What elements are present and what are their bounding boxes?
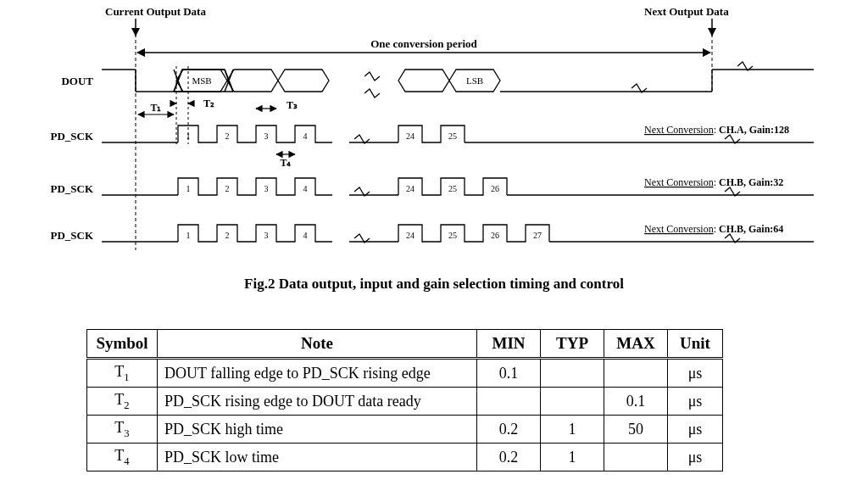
current-output-label: Current Output Data xyxy=(105,5,206,18)
pulse-num: 26 xyxy=(491,184,499,193)
cell-note: PD_SCK low time xyxy=(158,444,477,471)
pulse-num: 27 xyxy=(533,231,542,240)
cell-typ: 1 xyxy=(541,416,604,444)
cell-symbol: T1 xyxy=(87,359,158,388)
pulse-num: 25 xyxy=(448,131,457,141)
pulse-num: 25 xyxy=(448,231,457,240)
pulse-num: 24 xyxy=(406,131,415,141)
svg-marker-15 xyxy=(227,70,278,92)
pulse-num: 1 xyxy=(186,231,191,240)
next-output-label: Next Output Data xyxy=(644,5,729,18)
msb-label: MSB xyxy=(192,75,211,86)
cell-min: 0.2 xyxy=(477,444,541,471)
cell-note: DOUT falling edge to PD_SCK rising edge xyxy=(158,359,477,388)
lsb-label: LSB xyxy=(466,75,483,86)
pd-sck-label-1: PD_SCK xyxy=(50,130,93,142)
cell-min: 0.1 xyxy=(477,359,541,388)
t2-label: T₂ xyxy=(203,98,214,109)
cell-typ: 1 xyxy=(541,444,604,471)
pulse-num: 1 xyxy=(186,184,191,193)
pd-sck-label-2: PD_SCK xyxy=(50,182,93,195)
th-symbol: Symbol xyxy=(87,330,158,359)
cell-unit: μs xyxy=(668,444,723,471)
pulse-num: 1 xyxy=(186,131,191,141)
t4-label: T₄ xyxy=(280,157,291,169)
pulse-num: 2 xyxy=(225,184,230,193)
pulse-num: 24 xyxy=(406,184,415,193)
cell-symbol: T4 xyxy=(87,444,158,471)
cell-max: 50 xyxy=(604,416,668,444)
next-conv-2: Next Conversion: CH.B, Gain:32 xyxy=(644,176,783,188)
cell-min: 0.2 xyxy=(477,416,541,444)
table-row: T4PD_SCK low time0.21μs xyxy=(87,444,723,471)
pulse-num: 4 xyxy=(303,184,308,193)
th-min: MIN xyxy=(477,330,541,359)
table-row: T2PD_SCK rising edge to DOUT data ready0… xyxy=(87,388,723,416)
cell-symbol: T2 xyxy=(87,388,158,416)
cell-unit: μs xyxy=(668,388,723,416)
cell-typ xyxy=(541,388,604,416)
next-conv-3: Next Conversion: CH.B, Gain:64 xyxy=(644,223,783,235)
pulse-num: 4 xyxy=(303,231,308,240)
pulse-num: 3 xyxy=(264,231,269,240)
one-conversion-period-label: One conversion period xyxy=(370,37,477,50)
svg-marker-16 xyxy=(278,70,329,92)
th-unit: Unit xyxy=(668,330,723,359)
cell-symbol: T3 xyxy=(87,416,158,444)
pulse-num: 2 xyxy=(225,131,230,141)
pulse-num: 4 xyxy=(303,131,308,141)
pulse-num: 3 xyxy=(264,131,269,141)
th-note: Note xyxy=(158,330,477,359)
pulse-num: 25 xyxy=(448,184,457,193)
cell-max xyxy=(604,359,668,388)
cell-unit: μs xyxy=(668,359,723,388)
pulse-num: 26 xyxy=(491,231,499,240)
pulse-num: 3 xyxy=(264,184,269,193)
table-row: T1DOUT falling edge to PD_SCK rising edg… xyxy=(87,359,723,388)
cell-typ xyxy=(541,359,604,388)
table-header-row: Symbol Note MIN TYP MAX Unit xyxy=(87,330,723,359)
pulse-num: 2 xyxy=(225,231,230,240)
pd-sck-label-3: PD_SCK xyxy=(50,229,93,242)
th-typ: TYP xyxy=(541,330,604,359)
figure-caption: Fig.2 Data output, input and gain select… xyxy=(0,276,868,293)
cell-min xyxy=(477,388,541,416)
th-max: MAX xyxy=(604,330,668,359)
dout-label: DOUT xyxy=(61,75,93,87)
next-conv-1: Next Conversion: CH.A, Gain:128 xyxy=(644,124,789,136)
cell-note: PD_SCK rising edge to DOUT data ready xyxy=(158,388,477,416)
cell-unit: μs xyxy=(668,416,723,444)
cell-max: 0.1 xyxy=(604,388,668,416)
cell-note: PD_SCK high time xyxy=(158,416,477,444)
timing-table: Symbol Note MIN TYP MAX Unit T1DOUT fall… xyxy=(86,329,723,471)
t1-label: T₁ xyxy=(150,102,161,114)
pulse-num: 24 xyxy=(406,231,415,240)
svg-marker-17 xyxy=(398,70,449,92)
t3-label: T₃ xyxy=(287,99,298,111)
timing-diagram: Current Output Data Next Output Data One… xyxy=(0,0,868,263)
table-row: T3PD_SCK high time0.2150μs xyxy=(87,416,723,444)
cell-max xyxy=(604,444,668,471)
